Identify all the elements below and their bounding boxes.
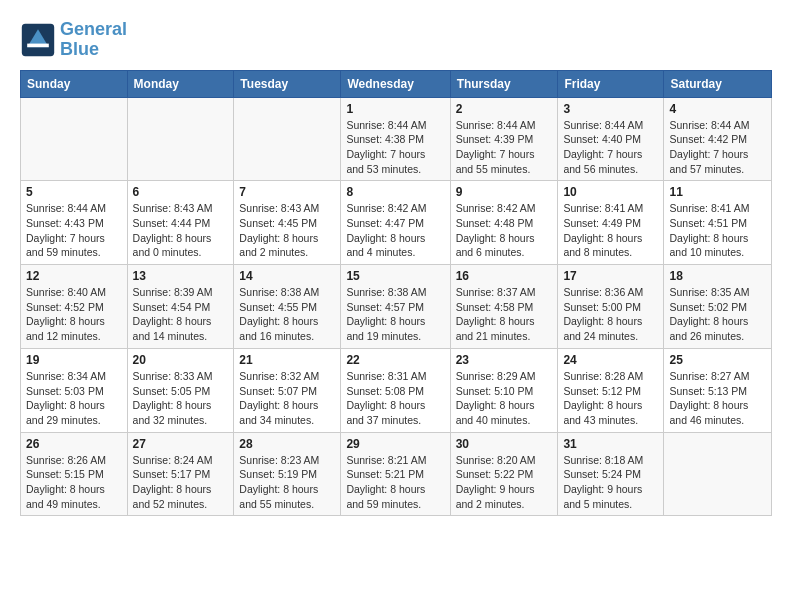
calendar-day-8: 8Sunrise: 8:42 AM Sunset: 4:47 PM Daylig… <box>341 181 450 265</box>
day-number: 8 <box>346 185 444 199</box>
day-number: 25 <box>669 353 766 367</box>
day-info: Sunrise: 8:42 AM Sunset: 4:48 PM Dayligh… <box>456 201 553 260</box>
day-number: 6 <box>133 185 229 199</box>
day-number: 23 <box>456 353 553 367</box>
calendar-day-21: 21Sunrise: 8:32 AM Sunset: 5:07 PM Dayli… <box>234 348 341 432</box>
day-number: 11 <box>669 185 766 199</box>
calendar-day-26: 26Sunrise: 8:26 AM Sunset: 5:15 PM Dayli… <box>21 432 128 516</box>
calendar-day-14: 14Sunrise: 8:38 AM Sunset: 4:55 PM Dayli… <box>234 265 341 349</box>
calendar-day-17: 17Sunrise: 8:36 AM Sunset: 5:00 PM Dayli… <box>558 265 664 349</box>
day-number: 2 <box>456 102 553 116</box>
page-header: General Blue <box>20 20 772 60</box>
calendar-day-4: 4Sunrise: 8:44 AM Sunset: 4:42 PM Daylig… <box>664 97 772 181</box>
logo: General Blue <box>20 20 127 60</box>
day-number: 17 <box>563 269 658 283</box>
weekday-header-saturday: Saturday <box>664 70 772 97</box>
day-info: Sunrise: 8:44 AM Sunset: 4:39 PM Dayligh… <box>456 118 553 177</box>
svg-rect-2 <box>27 43 49 47</box>
day-number: 1 <box>346 102 444 116</box>
day-info: Sunrise: 8:37 AM Sunset: 4:58 PM Dayligh… <box>456 285 553 344</box>
calendar-week-row: 12Sunrise: 8:40 AM Sunset: 4:52 PM Dayli… <box>21 265 772 349</box>
day-number: 27 <box>133 437 229 451</box>
day-number: 4 <box>669 102 766 116</box>
day-number: 21 <box>239 353 335 367</box>
logo-icon <box>20 22 56 58</box>
calendar-day-16: 16Sunrise: 8:37 AM Sunset: 4:58 PM Dayli… <box>450 265 558 349</box>
day-info: Sunrise: 8:31 AM Sunset: 5:08 PM Dayligh… <box>346 369 444 428</box>
day-info: Sunrise: 8:36 AM Sunset: 5:00 PM Dayligh… <box>563 285 658 344</box>
day-number: 31 <box>563 437 658 451</box>
calendar-header-row: SundayMondayTuesdayWednesdayThursdayFrid… <box>21 70 772 97</box>
calendar-day-2: 2Sunrise: 8:44 AM Sunset: 4:39 PM Daylig… <box>450 97 558 181</box>
day-number: 3 <box>563 102 658 116</box>
calendar-day-22: 22Sunrise: 8:31 AM Sunset: 5:08 PM Dayli… <box>341 348 450 432</box>
calendar-empty-cell <box>21 97 128 181</box>
day-info: Sunrise: 8:24 AM Sunset: 5:17 PM Dayligh… <box>133 453 229 512</box>
day-info: Sunrise: 8:29 AM Sunset: 5:10 PM Dayligh… <box>456 369 553 428</box>
weekday-header-tuesday: Tuesday <box>234 70 341 97</box>
day-info: Sunrise: 8:39 AM Sunset: 4:54 PM Dayligh… <box>133 285 229 344</box>
day-number: 22 <box>346 353 444 367</box>
calendar-day-18: 18Sunrise: 8:35 AM Sunset: 5:02 PM Dayli… <box>664 265 772 349</box>
day-info: Sunrise: 8:40 AM Sunset: 4:52 PM Dayligh… <box>26 285 122 344</box>
calendar-day-7: 7Sunrise: 8:43 AM Sunset: 4:45 PM Daylig… <box>234 181 341 265</box>
day-info: Sunrise: 8:23 AM Sunset: 5:19 PM Dayligh… <box>239 453 335 512</box>
calendar-empty-cell <box>234 97 341 181</box>
day-number: 19 <box>26 353 122 367</box>
calendar-table: SundayMondayTuesdayWednesdayThursdayFrid… <box>20 70 772 517</box>
day-number: 15 <box>346 269 444 283</box>
calendar-day-20: 20Sunrise: 8:33 AM Sunset: 5:05 PM Dayli… <box>127 348 234 432</box>
day-info: Sunrise: 8:44 AM Sunset: 4:43 PM Dayligh… <box>26 201 122 260</box>
day-info: Sunrise: 8:41 AM Sunset: 4:51 PM Dayligh… <box>669 201 766 260</box>
day-number: 12 <box>26 269 122 283</box>
logo-line2: Blue <box>60 40 127 60</box>
calendar-day-10: 10Sunrise: 8:41 AM Sunset: 4:49 PM Dayli… <box>558 181 664 265</box>
day-info: Sunrise: 8:20 AM Sunset: 5:22 PM Dayligh… <box>456 453 553 512</box>
calendar-day-29: 29Sunrise: 8:21 AM Sunset: 5:21 PM Dayli… <box>341 432 450 516</box>
day-info: Sunrise: 8:44 AM Sunset: 4:40 PM Dayligh… <box>563 118 658 177</box>
day-info: Sunrise: 8:34 AM Sunset: 5:03 PM Dayligh… <box>26 369 122 428</box>
day-number: 26 <box>26 437 122 451</box>
day-info: Sunrise: 8:42 AM Sunset: 4:47 PM Dayligh… <box>346 201 444 260</box>
logo-line1: General <box>60 20 127 40</box>
day-number: 18 <box>669 269 766 283</box>
day-info: Sunrise: 8:44 AM Sunset: 4:38 PM Dayligh… <box>346 118 444 177</box>
day-info: Sunrise: 8:32 AM Sunset: 5:07 PM Dayligh… <box>239 369 335 428</box>
calendar-day-27: 27Sunrise: 8:24 AM Sunset: 5:17 PM Dayli… <box>127 432 234 516</box>
day-info: Sunrise: 8:21 AM Sunset: 5:21 PM Dayligh… <box>346 453 444 512</box>
day-number: 20 <box>133 353 229 367</box>
calendar-day-12: 12Sunrise: 8:40 AM Sunset: 4:52 PM Dayli… <box>21 265 128 349</box>
day-info: Sunrise: 8:43 AM Sunset: 4:44 PM Dayligh… <box>133 201 229 260</box>
day-info: Sunrise: 8:43 AM Sunset: 4:45 PM Dayligh… <box>239 201 335 260</box>
day-number: 28 <box>239 437 335 451</box>
day-number: 9 <box>456 185 553 199</box>
day-number: 30 <box>456 437 553 451</box>
day-info: Sunrise: 8:28 AM Sunset: 5:12 PM Dayligh… <box>563 369 658 428</box>
day-number: 10 <box>563 185 658 199</box>
day-info: Sunrise: 8:26 AM Sunset: 5:15 PM Dayligh… <box>26 453 122 512</box>
calendar-day-11: 11Sunrise: 8:41 AM Sunset: 4:51 PM Dayli… <box>664 181 772 265</box>
day-info: Sunrise: 8:35 AM Sunset: 5:02 PM Dayligh… <box>669 285 766 344</box>
day-info: Sunrise: 8:27 AM Sunset: 5:13 PM Dayligh… <box>669 369 766 428</box>
day-number: 13 <box>133 269 229 283</box>
calendar-week-row: 19Sunrise: 8:34 AM Sunset: 5:03 PM Dayli… <box>21 348 772 432</box>
day-info: Sunrise: 8:38 AM Sunset: 4:57 PM Dayligh… <box>346 285 444 344</box>
day-number: 29 <box>346 437 444 451</box>
calendar-day-23: 23Sunrise: 8:29 AM Sunset: 5:10 PM Dayli… <box>450 348 558 432</box>
calendar-week-row: 5Sunrise: 8:44 AM Sunset: 4:43 PM Daylig… <box>21 181 772 265</box>
day-number: 16 <box>456 269 553 283</box>
calendar-day-31: 31Sunrise: 8:18 AM Sunset: 5:24 PM Dayli… <box>558 432 664 516</box>
calendar-empty-cell <box>664 432 772 516</box>
day-number: 14 <box>239 269 335 283</box>
calendar-day-24: 24Sunrise: 8:28 AM Sunset: 5:12 PM Dayli… <box>558 348 664 432</box>
day-info: Sunrise: 8:41 AM Sunset: 4:49 PM Dayligh… <box>563 201 658 260</box>
calendar-day-9: 9Sunrise: 8:42 AM Sunset: 4:48 PM Daylig… <box>450 181 558 265</box>
day-number: 24 <box>563 353 658 367</box>
day-info: Sunrise: 8:44 AM Sunset: 4:42 PM Dayligh… <box>669 118 766 177</box>
calendar-day-25: 25Sunrise: 8:27 AM Sunset: 5:13 PM Dayli… <box>664 348 772 432</box>
day-number: 7 <box>239 185 335 199</box>
calendar-day-1: 1Sunrise: 8:44 AM Sunset: 4:38 PM Daylig… <box>341 97 450 181</box>
calendar-empty-cell <box>127 97 234 181</box>
day-info: Sunrise: 8:18 AM Sunset: 5:24 PM Dayligh… <box>563 453 658 512</box>
calendar-day-15: 15Sunrise: 8:38 AM Sunset: 4:57 PM Dayli… <box>341 265 450 349</box>
